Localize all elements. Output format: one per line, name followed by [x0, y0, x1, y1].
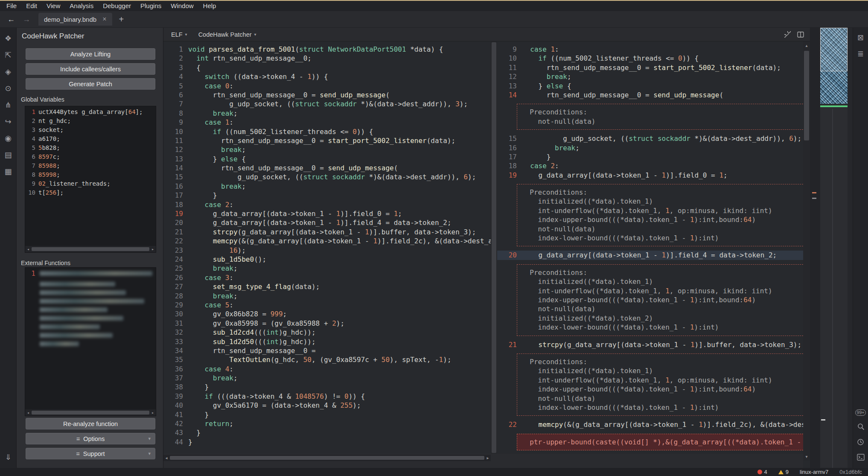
code-line[interactable]: 11 rtn_send_udp_message__0 = start_port_… — [497, 63, 803, 72]
memory-map-icon[interactable]: ⊙ — [3, 85, 13, 92]
platform-label[interactable]: linux-armv7 — [800, 469, 828, 475]
scroll-thumb[interactable] — [804, 51, 809, 140]
warning-marker[interactable] — [812, 192, 816, 193]
code-line[interactable]: 22 memcpy(&(g_data_array[(data->token_1 … — [497, 420, 803, 429]
global-variable-row[interactable]: 885998; — [25, 170, 156, 179]
code-line[interactable]: 5 case 0: — [163, 82, 491, 91]
terminal-icon[interactable] — [856, 454, 865, 462]
code-line[interactable]: 8 break; — [163, 109, 491, 118]
global-variable-row[interactable]: 3socket; — [25, 126, 156, 134]
code-line[interactable]: 21 strcpy(g_data_array[(data->token_1 - … — [163, 228, 491, 237]
code-line[interactable]: 18 case 2: — [497, 161, 803, 170]
scroll-thumb[interactable] — [492, 42, 496, 453]
tags-icon[interactable]: ◈ — [3, 68, 13, 76]
code-line[interactable]: 17 } — [497, 152, 803, 161]
current-address[interactable]: 0x1d6bfc — [839, 469, 862, 475]
code-line[interactable]: 34 rtn_send_udp_message__0 = — [163, 346, 491, 355]
global-variable-row[interactable]: 4a6170; — [25, 134, 156, 143]
code-line[interactable]: 30 gv_0x86b828 = 999; — [163, 310, 491, 318]
code-line[interactable]: 43 } — [163, 428, 491, 437]
global-variable-row[interactable]: 68597c; — [25, 152, 156, 161]
code-line[interactable]: 22 memcpy(&(g_data_array[(data->token_1 … — [163, 237, 491, 245]
code-line[interactable]: 33 sub_1d2d50(((int)g_hdc)); — [163, 337, 491, 346]
code-pane-right[interactable]: 9 case 1:10 if ((num_5002_listener_threa… — [497, 41, 803, 457]
horizontal-scrollbar[interactable]: ◂ ▸ — [25, 246, 156, 252]
code-line[interactable]: 14 rtn_send_udp_message__0 = send_udp_me… — [497, 91, 803, 99]
code-line[interactable]: 21 strcpy(g_data_array[(data->token_1 - … — [497, 340, 803, 349]
menu-file[interactable]: File — [2, 1, 21, 11]
feature-map[interactable] — [820, 28, 848, 468]
code-line[interactable]: 14 rtn_send_udp_message__0 = send_udp_me… — [163, 164, 491, 172]
scroll-left-arrow[interactable]: ◂ — [25, 246, 31, 252]
code-line[interactable]: 12 break; — [163, 145, 491, 154]
menu-view[interactable]: View — [42, 1, 65, 11]
global-variable-row[interactable]: 2nt g_hdc; — [25, 117, 156, 126]
code-line[interactable]: 39 if (((data->token_4 & 1048576) != 0))… — [163, 392, 491, 401]
code-line[interactable]: 23 16); — [163, 246, 491, 255]
warning-indicator[interactable]: 9 — [778, 469, 789, 475]
split-view-icon[interactable] — [797, 31, 804, 38]
menu-window[interactable]: Window — [166, 1, 198, 11]
support-button[interactable]: ≡ Support ▾ — [26, 448, 155, 459]
feature-map-viewport[interactable] — [820, 28, 848, 71]
link-icon[interactable] — [784, 31, 791, 38]
code-line[interactable]: 16 break; — [163, 182, 491, 191]
code-line[interactable]: 31 gv_0xa85998 = (gv_0xa85988 + 2); — [163, 319, 491, 328]
reanalyze-function-button[interactable]: Re-analyze function — [26, 418, 155, 429]
code-line[interactable]: 16 break; — [497, 143, 803, 152]
menu-analysis[interactable]: Analysis — [65, 1, 98, 11]
nav-back-button[interactable]: ← — [7, 15, 15, 24]
code-line[interactable]: 12 break; — [497, 72, 803, 81]
code-line[interactable]: 19 g_data_array[(data->token_1 - 1)].fie… — [163, 209, 491, 218]
scroll-thumb[interactable] — [32, 411, 149, 415]
global-variables-list[interactable]: 1uctX44Bytes g_data_array[64];2nt g_hdc;… — [25, 106, 156, 253]
scroll-left-arrow[interactable]: ◂ — [163, 455, 169, 461]
tab-close-icon[interactable]: × — [102, 15, 106, 23]
vertical-scrollbar[interactable]: ▴ ▾ — [803, 41, 810, 461]
scroll-thumb[interactable] — [32, 247, 149, 251]
button-analyze-lifting[interactable]: Analyze Lifting — [26, 48, 155, 60]
scroll-up-arrow[interactable]: ▴ — [803, 42, 810, 49]
menu-debugger[interactable]: Debugger — [98, 1, 136, 11]
code-line[interactable]: 38 } — [163, 383, 491, 391]
code-line[interactable]: 42 return; — [163, 419, 491, 428]
code-line[interactable]: 9 case 1: — [163, 118, 491, 127]
error-indicator[interactable]: 4 — [757, 469, 767, 475]
scroll-right-arrow[interactable]: ▸ — [150, 409, 156, 416]
horizontal-scrollbar[interactable]: ◂ ▸ — [163, 455, 491, 461]
close-pane-icon[interactable]: ⊠ — [856, 34, 865, 41]
code-line[interactable]: 18 case 2: — [163, 200, 491, 209]
code-pane-left[interactable]: 1void parses_data_from_5001(struct Netwo… — [163, 41, 491, 457]
button-include-callees-callers[interactable]: Include callees/callers — [26, 63, 155, 75]
code-line[interactable]: 15 g_udp_socket, ((struct sockaddr *)&(d… — [163, 172, 491, 181]
code-line[interactable]: 26 case 3: — [163, 273, 491, 282]
code-line[interactable]: 27 set_msg_type_4_flag(data); — [163, 282, 491, 291]
code-line[interactable]: 25 break; — [163, 264, 491, 273]
code-line[interactable]: 32 sub_1d2cd4(((int)g_hdc)); — [163, 328, 491, 337]
code-line[interactable]: 41 } — [163, 410, 491, 419]
code-line[interactable]: 10 if ((num_5002_listener_threads <= 0))… — [163, 127, 491, 136]
view-mode-dropdown[interactable]: CodeHawk Patcher ▾ — [198, 31, 256, 38]
global-variable-row[interactable]: 902_listener_threads; — [25, 179, 156, 188]
debugger-icon[interactable]: ◉ — [3, 134, 13, 142]
history-icon[interactable] — [856, 438, 865, 447]
code-line[interactable]: 1void parses_data_from_5001(struct Netwo… — [163, 45, 491, 54]
global-variable-row[interactable]: 55b828; — [25, 143, 156, 152]
code-line[interactable]: 11 rtn_send_udp_message__0 = start_port_… — [163, 136, 491, 145]
scroll-right-arrow[interactable]: ▸ — [150, 246, 156, 252]
scroll-down-arrow[interactable]: ▾ — [803, 453, 810, 460]
global-variable-row[interactable]: 10t[256]; — [25, 188, 156, 197]
code-line[interactable]: 17 } — [163, 191, 491, 200]
code-line[interactable]: 13 } else { — [497, 82, 803, 91]
new-tab-button[interactable]: + — [119, 15, 124, 24]
global-variable-row[interactable]: 785988; — [25, 161, 156, 170]
code-line[interactable]: 28 break; — [163, 292, 491, 301]
options-button[interactable]: ≡ Options ▾ — [26, 433, 155, 444]
menu-edit[interactable]: Edit — [21, 1, 42, 11]
code-line[interactable]: 7 g_udp_socket, ((struct sockaddr *)&(da… — [163, 99, 491, 108]
code-line[interactable]: 20 g_data_array[(data->token_1 - 1)].fie… — [497, 251, 803, 260]
code-line[interactable]: 44} — [163, 438, 491, 447]
components-icon[interactable]: ▦ — [3, 168, 13, 175]
pane-divider-scrollbar[interactable] — [491, 41, 497, 454]
nav-forward-button[interactable]: → — [22, 15, 31, 24]
